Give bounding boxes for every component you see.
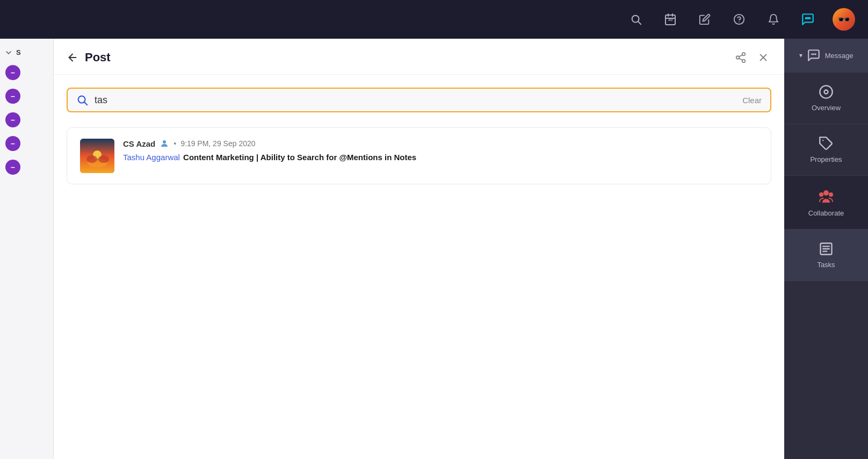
result-meta: CS Azad • 9:19 PM, 29 Sep 2020 <box>123 139 416 148</box>
overview-icon <box>819 84 834 99</box>
chat-icon[interactable] <box>798 10 818 29</box>
search-input[interactable] <box>95 95 736 106</box>
search-icon[interactable] <box>626 10 646 29</box>
list-item[interactable]: – <box>0 108 53 132</box>
list-item[interactable]: – <box>0 132 53 155</box>
collaborate-label: Collaborate <box>808 209 844 217</box>
tasks-icon <box>819 241 834 256</box>
svg-point-34 <box>823 190 829 196</box>
result-content: CS Azad • 9:19 PM, 29 Sep 2020 Tashu Agg… <box>123 139 416 162</box>
dropdown-arrow-icon: ▾ <box>799 52 802 59</box>
search-area: Clear <box>54 75 784 121</box>
result-thumbnail <box>80 139 114 173</box>
close-button[interactable] <box>755 49 771 66</box>
sidebar-s-label: S <box>16 48 21 56</box>
sidebar-item-tasks[interactable]: Tasks <box>784 230 868 281</box>
svg-line-1 <box>638 21 641 24</box>
sidebar-item-collaborate[interactable]: Collaborate <box>784 176 868 230</box>
left-sidebar: S – – – – – <box>0 39 54 459</box>
svg-point-31 <box>820 85 832 98</box>
result-blue-link[interactable]: Tashu Aggarwal <box>123 153 180 162</box>
svg-line-16 <box>739 55 742 57</box>
svg-point-27 <box>163 140 166 144</box>
overview-label: Overview <box>812 104 841 112</box>
post-header: Post <box>54 39 784 75</box>
sidebar-item-message[interactable]: ▾ Message <box>784 39 868 73</box>
result-bold-text: Content Marketing | Ability to Search fo… <box>183 153 416 162</box>
list-item[interactable]: – <box>0 155 53 179</box>
svg-line-20 <box>84 102 87 105</box>
sidebar-dropdown[interactable]: S <box>0 44 53 61</box>
list-item[interactable]: – <box>0 61 53 84</box>
purple-badge-2: – <box>5 89 20 104</box>
avatar[interactable]: 🕶️ <box>833 8 855 31</box>
properties-icon <box>819 136 834 151</box>
svg-point-8 <box>806 18 807 19</box>
calendar-date: 30 <box>668 17 673 22</box>
calendar-icon[interactable]: 30 <box>661 10 680 29</box>
purple-badge-4: – <box>5 136 20 151</box>
clear-button[interactable]: Clear <box>742 96 762 105</box>
svg-point-36 <box>829 192 833 197</box>
help-icon[interactable] <box>729 10 749 29</box>
collaborate-icon <box>818 188 835 205</box>
top-bar: 30 🕶️ <box>0 0 868 39</box>
page-title: Post <box>85 51 726 64</box>
results-area: CS Azad • 9:19 PM, 29 Sep 2020 Tashu Agg… <box>54 121 784 459</box>
svg-point-35 <box>819 192 823 197</box>
edit-icon[interactable] <box>695 10 714 29</box>
back-button[interactable] <box>67 52 78 63</box>
center-panel: Post Clear <box>54 39 784 459</box>
search-wrapper: Clear <box>67 88 771 112</box>
right-sidebar: ▾ Message Overview <box>784 39 868 459</box>
bell-icon[interactable] <box>764 10 783 29</box>
tasks-label: Tasks <box>817 261 835 269</box>
sidebar-item-properties[interactable]: Properties <box>784 124 868 176</box>
purple-badge-5: – <box>5 160 20 175</box>
svg-point-24 <box>86 155 97 163</box>
user-icon <box>160 139 169 148</box>
purple-badge-1: – <box>5 65 20 80</box>
result-card[interactable]: CS Azad • 9:19 PM, 29 Sep 2020 Tashu Agg… <box>67 127 771 184</box>
message-bubble-icon <box>807 48 821 62</box>
purple-badge-3: – <box>5 112 20 127</box>
svg-line-15 <box>739 58 742 60</box>
main-area: S – – – – – Post <box>0 39 868 459</box>
sidebar-item-overview[interactable]: Overview <box>784 73 868 124</box>
properties-label: Properties <box>810 155 842 163</box>
result-timestamp: 9:19 PM, 29 Sep 2020 <box>180 139 255 148</box>
chevron-down-icon <box>5 49 12 56</box>
share-button[interactable] <box>733 49 749 66</box>
svg-point-10 <box>809 18 810 19</box>
message-label: Message <box>825 52 853 60</box>
svg-point-9 <box>807 18 808 19</box>
svg-point-32 <box>824 90 828 94</box>
svg-point-25 <box>98 155 109 163</box>
result-title: Tashu Aggarwal Content Marketing | Abili… <box>123 153 416 162</box>
result-author: CS Azad <box>123 139 155 148</box>
search-icon-inner <box>76 94 88 106</box>
list-item[interactable]: – <box>0 84 53 108</box>
